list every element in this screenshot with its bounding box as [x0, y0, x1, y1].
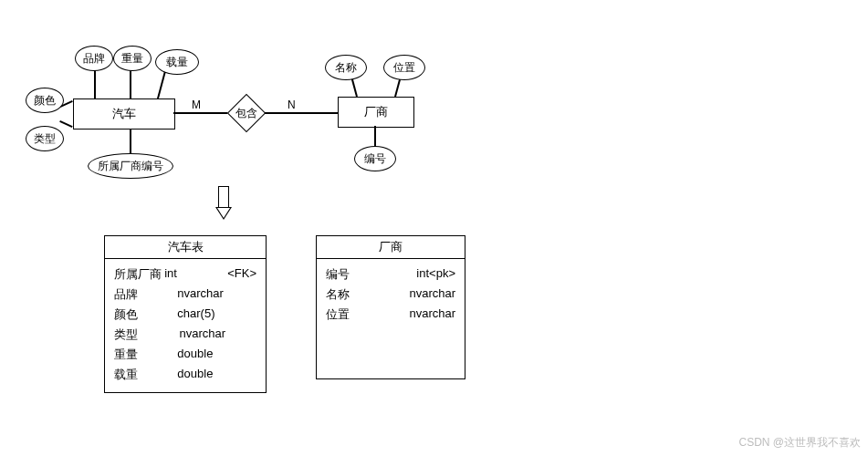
- attr-type-label: 类型: [34, 131, 56, 147]
- arrow-down-icon: [215, 186, 232, 220]
- conn-vendorfk: [130, 128, 131, 155]
- table-row: 颜色char(5): [114, 305, 256, 325]
- attr-id-label: 编号: [364, 151, 386, 167]
- attr-type: 类型: [26, 126, 64, 151]
- attr-weight: 重量: [113, 46, 152, 71]
- attr-vendorfk-label: 所属厂商编号: [98, 159, 163, 174]
- conn-location: [394, 78, 401, 97]
- cardinality-n: N: [288, 98, 296, 111]
- table-row: 载重double: [114, 365, 256, 385]
- conn-load: [157, 71, 166, 99]
- attr-location: 位置: [383, 55, 425, 80]
- table-row: 类型nvarchar: [114, 325, 256, 345]
- conn-name: [351, 78, 358, 97]
- table-vendor: 厂商 编号int<pk> 名称nvarchar 位置nvarchar: [316, 235, 465, 379]
- conn-car-rel: [173, 112, 228, 114]
- entity-vendor-label: 厂商: [364, 104, 388, 120]
- entity-vendor: 厂商: [338, 97, 414, 128]
- relation-contain: 包含: [228, 95, 265, 131]
- attr-id: 编号: [354, 146, 396, 171]
- conn-type: [59, 120, 72, 128]
- attr-name: 名称: [325, 55, 367, 80]
- attr-weight-label: 重量: [121, 51, 143, 67]
- attr-vendorfk: 所属厂商编号: [88, 153, 173, 179]
- table-car-body: 所属厂商int<FK> 品牌nvarchar 颜色char(5) 类型nvarc…: [105, 259, 266, 392]
- table-row: 编号int<pk>: [326, 264, 455, 285]
- table-row: 重量double: [114, 345, 256, 365]
- table-row: 所属厂商int<FK>: [114, 264, 256, 285]
- table-car-title: 汽车表: [105, 236, 266, 259]
- table-car: 汽车表 所属厂商int<FK> 品牌nvarchar 颜色char(5) 类型n…: [104, 235, 267, 393]
- table-vendor-body: 编号int<pk> 名称nvarchar 位置nvarchar: [317, 259, 465, 372]
- conn-rel-vendor: [265, 112, 338, 114]
- attr-color: 颜色: [26, 88, 64, 113]
- relation-label: 包含: [235, 106, 257, 121]
- watermark: CSDN @这世界我不喜欢: [738, 435, 861, 451]
- table-row: 品牌nvarchar: [114, 285, 256, 305]
- diagram-stage: 品牌 重量 载量 颜色 类型 所属厂商编号 汽车 M 包含 N 厂商 名称 位置…: [0, 0, 868, 456]
- attr-brand-label: 品牌: [83, 51, 105, 67]
- table-row: 名称nvarchar: [326, 285, 455, 305]
- entity-car: 汽车: [73, 98, 175, 130]
- cardinality-m: M: [192, 98, 201, 111]
- attr-color-label: 颜色: [34, 93, 56, 109]
- conn-id: [374, 126, 376, 146]
- conn-weight: [130, 69, 131, 100]
- attr-load-label: 载量: [166, 55, 188, 70]
- table-row: 位置nvarchar: [326, 305, 455, 325]
- attr-name-label: 名称: [335, 60, 357, 76]
- conn-brand: [94, 69, 96, 100]
- attr-location-label: 位置: [393, 60, 415, 76]
- table-vendor-title: 厂商: [317, 236, 465, 259]
- attr-load: 载量: [155, 49, 199, 75]
- attr-brand: 品牌: [75, 46, 113, 71]
- entity-car-label: 汽车: [112, 106, 136, 122]
